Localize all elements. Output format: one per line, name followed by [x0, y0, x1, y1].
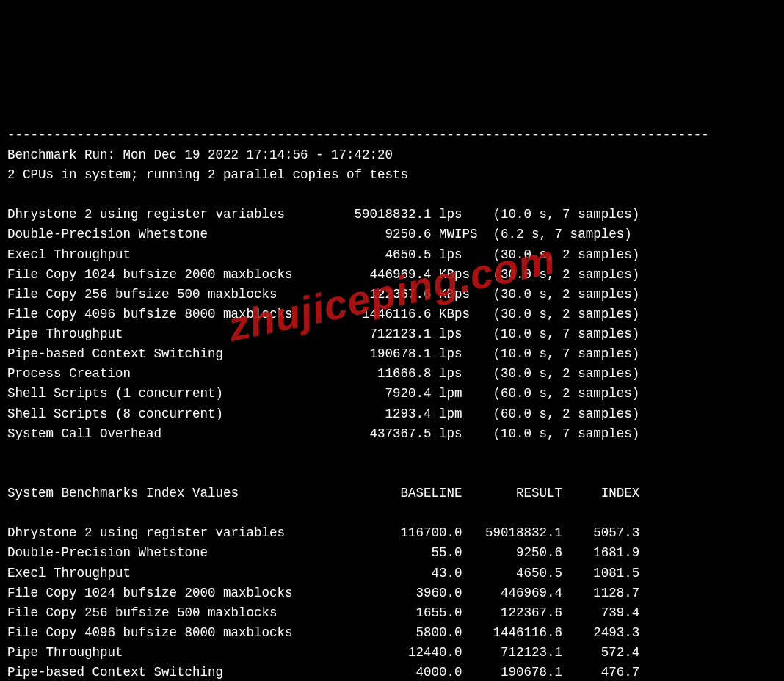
- test-row: File Copy 1024 bufsize 2000 maxblocks 44…: [7, 267, 639, 282]
- separator-line: ----------------------------------------…: [7, 128, 709, 142]
- test-row: Dhrystone 2 using register variables 590…: [7, 207, 639, 222]
- benchmark-run-line: Benchmark Run: Mon Dec 19 2022 17:14:56 …: [7, 148, 393, 162]
- cpu-info-line: 2 CPUs in system; running 2 parallel cop…: [7, 167, 408, 182]
- index-row: Pipe Throughput 12440.0 712123.1 572.4: [7, 645, 639, 660]
- index-row: File Copy 1024 bufsize 2000 maxblocks 39…: [7, 586, 639, 600]
- index-block: Dhrystone 2 using register variables 116…: [7, 523, 777, 681]
- test-row: Pipe-based Context Switching 190678.1 lp…: [7, 346, 639, 361]
- tests-block: Dhrystone 2 using register variables 590…: [7, 205, 777, 444]
- test-row: Pipe Throughput 712123.1 lps (10.0 s, 7 …: [7, 327, 639, 341]
- index-row: Double-Precision Whetstone 55.0 9250.6 1…: [7, 545, 639, 560]
- blank-line: [7, 187, 15, 202]
- index-row: Dhrystone 2 using register variables 116…: [7, 525, 639, 540]
- test-row: Double-Precision Whetstone 9250.6 MWIPS …: [7, 227, 632, 241]
- test-row: File Copy 256 bufsize 500 maxblocks 1223…: [7, 287, 639, 302]
- test-row: Shell Scripts (8 concurrent) 1293.4 lpm …: [7, 407, 639, 421]
- test-row: Shell Scripts (1 concurrent) 7920.4 lpm …: [7, 386, 639, 401]
- test-row: Execl Throughput 4650.5 lps (30.0 s, 2 s…: [7, 247, 639, 262]
- test-row: System Call Overhead 437367.5 lps (10.0 …: [7, 426, 639, 441]
- index-row: Execl Throughput 43.0 4650.5 1081.5: [7, 566, 639, 580]
- test-row: File Copy 4096 bufsize 8000 maxblocks 14…: [7, 307, 639, 321]
- index-header-line: System Benchmarks Index Values BASELINE …: [7, 484, 777, 503]
- index-row: Pipe-based Context Switching 4000.0 1906…: [7, 665, 639, 680]
- blank-line: [7, 466, 15, 481]
- index-row: File Copy 256 bufsize 500 maxblocks 1655…: [7, 605, 639, 620]
- index-row: File Copy 4096 bufsize 8000 maxblocks 58…: [7, 625, 639, 640]
- test-row: Process Creation 11666.8 lps (30.0 s, 2 …: [7, 366, 639, 381]
